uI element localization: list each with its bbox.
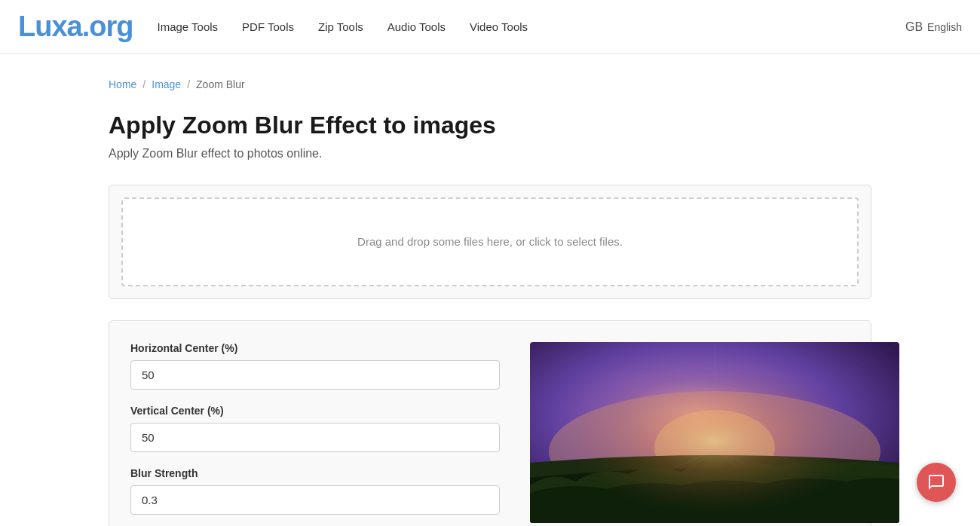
vertical-center-label: Vertical Center (%): [130, 405, 500, 417]
main-content: Home / Image / Zoom Blur Apply Zoom Blur…: [90, 54, 890, 526]
horizontal-center-label: Horizontal Center (%): [130, 342, 500, 354]
blur-strength-input[interactable]: [130, 485, 500, 515]
chat-button[interactable]: [917, 463, 956, 502]
nav-pdf-tools[interactable]: PDF Tools: [242, 20, 294, 33]
vertical-center-group: Vertical Center (%): [130, 405, 500, 452]
preview-svg: [530, 342, 899, 523]
blur-strength-label: Blur Strength: [130, 467, 500, 479]
preview-area: [530, 342, 899, 523]
controls-layout: Horizontal Center (%) Vertical Center (%…: [130, 342, 850, 526]
header: Luxa.org Image Tools PDF Tools Zip Tools…: [0, 0, 980, 54]
nav-audio-tools[interactable]: Audio Tools: [387, 20, 446, 33]
chat-icon: [927, 473, 945, 491]
site-logo[interactable]: Luxa.org: [18, 11, 133, 43]
blur-strength-group: Blur Strength: [130, 467, 500, 515]
controls-panel: Horizontal Center (%) Vertical Center (%…: [109, 320, 871, 526]
breadcrumb-sep-2: /: [187, 78, 190, 90]
controls-form: Horizontal Center (%) Vertical Center (%…: [130, 342, 500, 526]
language-flag: GB: [905, 20, 923, 34]
dropzone-container: Drag and drop some files here, or click …: [109, 185, 871, 299]
vertical-center-input[interactable]: [130, 423, 500, 452]
page-title: Apply Zoom Blur Effect to images: [109, 112, 871, 139]
page-subtitle: Apply Zoom Blur effect to photos online.: [109, 147, 871, 161]
horizontal-center-input[interactable]: [130, 360, 500, 390]
language-label: English: [927, 21, 962, 33]
dropzone[interactable]: Drag and drop some files here, or click …: [121, 197, 859, 286]
nav-zip-tools[interactable]: Zip Tools: [318, 20, 363, 33]
breadcrumb: Home / Image / Zoom Blur: [109, 78, 871, 90]
breadcrumb-current: Zoom Blur: [196, 78, 245, 90]
breadcrumb-image[interactable]: Image: [152, 78, 181, 90]
language-selector[interactable]: GB English: [905, 20, 962, 34]
horizontal-center-group: Horizontal Center (%): [130, 342, 500, 390]
breadcrumb-home[interactable]: Home: [109, 78, 136, 90]
preview-image: [530, 342, 899, 523]
nav-video-tools[interactable]: Video Tools: [470, 20, 528, 33]
breadcrumb-sep-1: /: [142, 78, 145, 90]
dropzone-text: Drag and drop some files here, or click …: [357, 235, 623, 248]
nav-image-tools[interactable]: Image Tools: [157, 20, 218, 33]
main-nav: Image Tools PDF Tools Zip Tools Audio To…: [157, 20, 905, 33]
svg-rect-18: [530, 342, 899, 523]
